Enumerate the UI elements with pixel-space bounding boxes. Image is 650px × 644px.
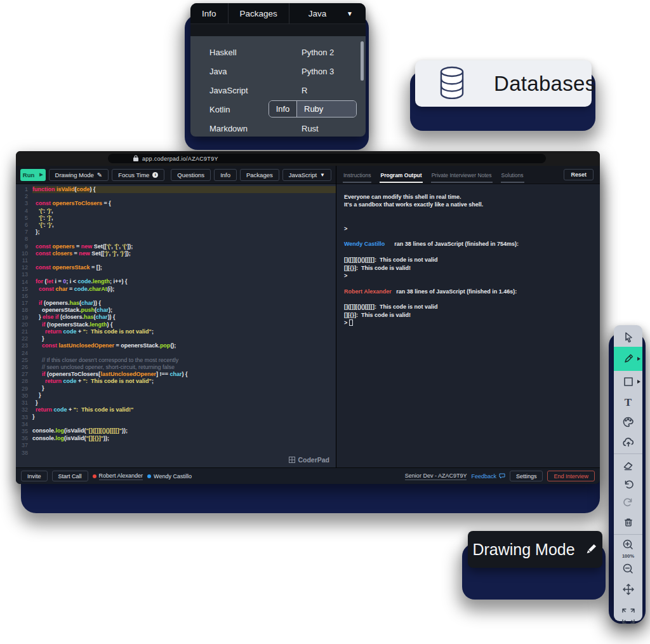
toolbar-divider: [614, 534, 642, 535]
language-select-button[interactable]: JavaScript▼: [282, 169, 331, 181]
zoom-in-tool[interactable]: [614, 536, 642, 553]
reset-button[interactable]: Reset: [564, 169, 594, 180]
palette-icon: [622, 416, 634, 428]
console-output[interactable]: Everyone can modify this shell in real t…: [336, 184, 600, 467]
language-item[interactable]: Rust: [302, 124, 319, 133]
shape-tool[interactable]: [614, 371, 642, 392]
eraser-tool[interactable]: [614, 455, 642, 476]
pencil-tool[interactable]: [614, 347, 642, 371]
fullscreen-tool[interactable]: [614, 602, 642, 630]
editor-toolbar: Run▶ Drawing Mode✎ Focus Timei Questions…: [16, 166, 336, 184]
eraser-icon: [622, 460, 634, 471]
language-item[interactable]: R: [302, 86, 307, 95]
end-interview-button[interactable]: End Interview: [547, 471, 595, 481]
pencil-icon: ✎: [97, 171, 102, 178]
language-item[interactable]: Python 2: [302, 48, 334, 57]
focus-time-button[interactable]: Focus Timei: [112, 169, 164, 181]
settings-button[interactable]: Settings: [510, 471, 543, 481]
fullscreen-icon: [621, 607, 636, 626]
scrollbar-thumb[interactable]: [361, 41, 364, 81]
database-icon: [438, 66, 466, 102]
drawing-mode-toggle[interactable]: Drawing Mode✎: [49, 169, 109, 181]
undo-icon: [623, 480, 634, 490]
tab-info[interactable]: Info: [190, 3, 229, 23]
language-item[interactable]: Markdown: [190, 124, 302, 133]
toolbar-divider: [614, 453, 642, 454]
chevron-down-icon: ▼: [347, 10, 353, 17]
session-name[interactable]: Senior Dev - AZAC9T9Y: [405, 473, 467, 480]
redo-icon: [623, 497, 634, 507]
coderpad-logo: CoderPad: [289, 456, 329, 464]
tab-instructions[interactable]: Instructions: [343, 167, 371, 183]
browser-chrome: app.coderpad.io/AZAC9T9Y: [16, 151, 600, 166]
url-text: app.coderpad.io/AZAC9T9Y: [142, 156, 218, 162]
language-item[interactable]: Haskell: [190, 48, 302, 57]
language-item[interactable]: JavaScript: [190, 86, 302, 95]
redo-tool[interactable]: [614, 493, 642, 511]
language-item[interactable]: Python 3: [302, 67, 334, 76]
select-tool[interactable]: [614, 328, 642, 347]
zoom-in-icon: [622, 539, 634, 551]
submenu-arrow-icon: [637, 380, 640, 384]
info-chip[interactable]: Info: [269, 101, 297, 117]
coderpad-window: app.coderpad.io/AZAC9T9Y Run▶ Drawing Mo…: [16, 151, 600, 484]
tab-solutions[interactable]: Solutions: [501, 167, 524, 183]
code-editor[interactable]: function isValid(code) { const openersTo…: [32, 186, 336, 467]
trash-tool[interactable]: [614, 511, 642, 533]
language-item-hovered[interactable]: Info Ruby: [269, 100, 357, 117]
play-icon: ▶: [39, 172, 43, 177]
submenu-arrow-icon: [637, 357, 640, 361]
coderpad-logo-icon: [289, 457, 295, 463]
rectangle-icon: [623, 376, 634, 387]
language-menu-tabs: Info Packages Java ▼: [190, 3, 366, 24]
databases-button[interactable]: Databases: [415, 60, 592, 107]
zoom-level: 100%: [622, 553, 634, 560]
output-pane: Instructions Program Output Private Inte…: [336, 166, 600, 467]
pan-tool[interactable]: [614, 577, 642, 602]
participant-robert[interactable]: Robert Alexander: [93, 473, 143, 480]
stage: Info Packages Java ▼ Haskell Python 2 Ja…: [0, 0, 650, 644]
tab-packages[interactable]: Packages: [229, 3, 289, 23]
tab-private-interviewer-notes[interactable]: Private Interviewer Notes: [431, 167, 493, 183]
info-icon: i: [152, 172, 158, 178]
speech-bubble-icon: [499, 473, 505, 479]
move-icon: [622, 583, 635, 596]
lock-icon: [133, 155, 138, 163]
zoom-out-icon: [622, 563, 634, 575]
participant-wendy[interactable]: Wendy Castillo: [147, 473, 192, 480]
presence-dot: [147, 474, 151, 478]
databases-label: Databases: [494, 72, 595, 96]
cloud-upload-icon: [622, 436, 635, 448]
tab-program-output[interactable]: Program Output: [380, 167, 422, 183]
questions-button[interactable]: Questions: [171, 169, 211, 181]
zoom-out-tool[interactable]: [614, 560, 642, 577]
editor-gutter: 1234567891011121314151617181920212223242…: [16, 186, 32, 467]
run-button[interactable]: Run▶: [20, 169, 46, 181]
color-tool[interactable]: [614, 412, 642, 432]
language-list: Haskell Python 2 Java Python 3 JavaScrip…: [190, 36, 366, 137]
drawing-mode-button[interactable]: Drawing Mode: [468, 531, 602, 568]
language-menu: Info Packages Java ▼ Haskell Python 2 Ja…: [190, 3, 366, 137]
output-tabs: Instructions Program Output Private Inte…: [336, 166, 600, 184]
drawing-toolbar: T 100%: [614, 325, 642, 621]
info-button[interactable]: Info: [214, 169, 237, 181]
chevron-down-icon: ▼: [320, 172, 325, 178]
tab-language-select[interactable]: Java ▼: [289, 3, 366, 23]
cursor-icon: [623, 332, 634, 343]
status-bar: Invite Start Call Robert Alexander Wendy…: [16, 467, 600, 484]
editor-pane: Run▶ Drawing Mode✎ Focus Timei Questions…: [16, 166, 336, 467]
invite-button[interactable]: Invite: [21, 471, 48, 481]
pencil-icon: [622, 352, 635, 365]
text-tool[interactable]: T: [614, 392, 642, 412]
trash-icon: [623, 516, 634, 528]
undo-tool[interactable]: [614, 476, 642, 493]
packages-button[interactable]: Packages: [240, 169, 279, 181]
presence-dot: [93, 474, 96, 478]
upload-tool[interactable]: [614, 432, 642, 452]
text-icon: T: [625, 397, 632, 408]
pencil-icon: [584, 542, 598, 556]
start-call-button[interactable]: Start Call: [52, 471, 88, 481]
address-bar[interactable]: app.coderpad.io/AZAC9T9Y: [108, 154, 546, 163]
language-item[interactable]: Java: [190, 67, 302, 76]
feedback-link[interactable]: Feedback: [471, 473, 505, 480]
